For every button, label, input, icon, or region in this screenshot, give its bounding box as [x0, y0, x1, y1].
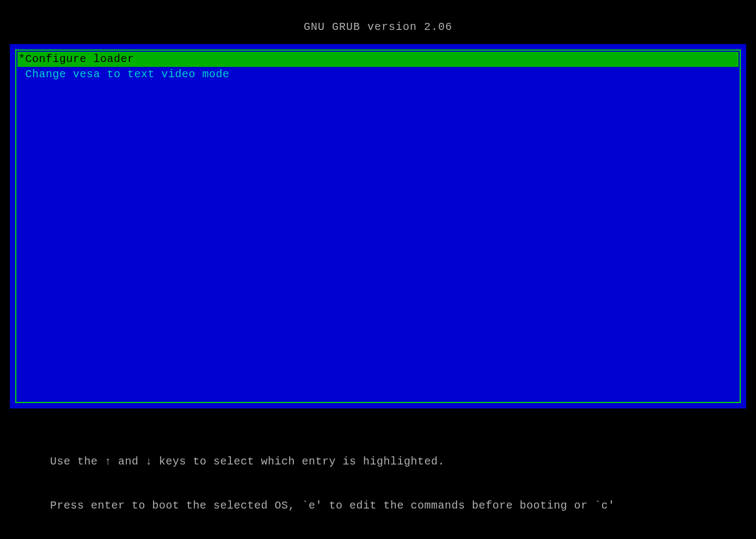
menu-container: *Configure loader Change vesa to text vi…	[10, 44, 746, 408]
menu-box: *Configure loader Change vesa to text vi…	[15, 49, 741, 403]
menu-item-configure-loader[interactable]: *Configure loader	[17, 52, 739, 67]
menu-item-change-vesa[interactable]: Change vesa to text video mode	[17, 67, 739, 82]
footer-line-keys: Press enter to boot the selected OS, `e'…	[27, 498, 729, 513]
grub-title: GNU GRUB version 2.06	[0, 0, 756, 44]
footer-line-navigation: Use the ↑ and ↓ keys to select which ent…	[27, 454, 729, 469]
footer-help: Use the ↑ and ↓ keys to select which ent…	[0, 408, 756, 539]
